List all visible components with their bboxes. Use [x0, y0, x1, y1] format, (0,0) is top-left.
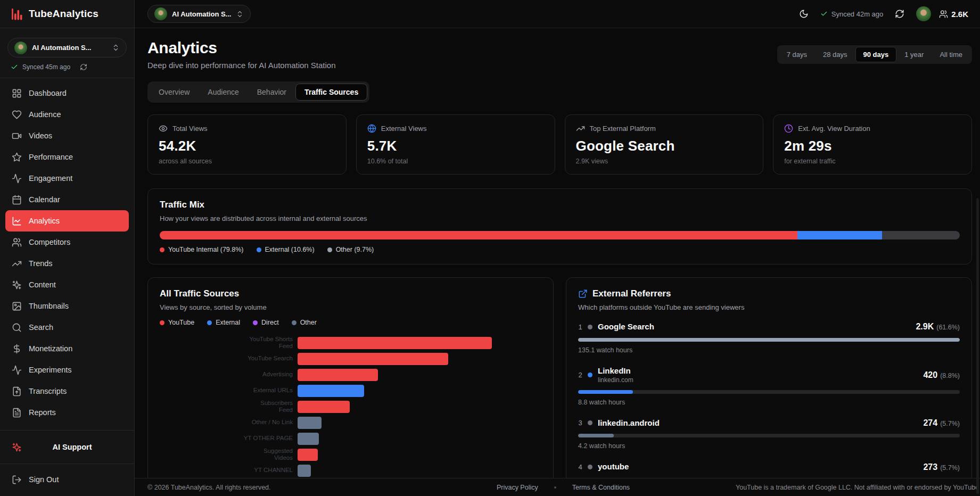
time-range-group: 7 days 28 days 90 days 1 year All time — [777, 45, 972, 64]
calendar-icon — [12, 195, 22, 205]
user-avatar[interactable] — [916, 6, 931, 21]
traffic-sources-legend: YouTube External Direct Other — [160, 319, 541, 326]
referrer-name: youtube — [598, 462, 629, 472]
external-referrers-title: External Referrers — [592, 288, 671, 299]
video-icon — [12, 131, 22, 141]
line-chart-icon — [12, 216, 22, 226]
scrollbar-thumb[interactable] — [976, 198, 979, 494]
footer-link-privacy-policy[interactable]: Privacy Policy — [497, 484, 538, 491]
referrer-rank: 4 — [578, 463, 582, 471]
ai-support-label: AI Support — [22, 443, 122, 451]
legend-item: Other (9.7%) — [327, 246, 374, 253]
channel-avatar — [14, 42, 27, 54]
stat-card-sub: 2.9K views — [576, 158, 753, 165]
sidebar-item-engagement[interactable]: Engagement — [5, 168, 129, 189]
footer-link-terms-conditions[interactable]: Terms & Conditions — [572, 484, 630, 491]
tab-audience[interactable]: Audience — [199, 84, 248, 101]
legend-item: Other — [292, 319, 317, 326]
chart-bar[interactable] — [298, 385, 364, 397]
chart-bar[interactable] — [298, 465, 311, 477]
sign-out-button[interactable]: Sign Out — [5, 469, 129, 490]
sidebar-item-calendar[interactable]: Calendar — [5, 189, 129, 210]
sidebar-item-label: Engagement — [29, 174, 72, 183]
referrer-item: 1 Google Search 2.9K(61.6%) 135.1 watch … — [578, 322, 960, 354]
all-traffic-sources-panel: All Traffic Sources Views by source, sor… — [147, 277, 554, 478]
chart-bar[interactable] — [298, 433, 319, 445]
sidebar-item-dashboard[interactable]: Dashboard — [5, 82, 129, 104]
chart-row: Suggested Videos — [160, 447, 541, 462]
users-icon — [12, 237, 22, 247]
sidebar-item-ai-support[interactable]: AI Support — [5, 436, 129, 458]
moon-icon — [799, 9, 809, 19]
sidebar-item-audience[interactable]: Audience — [5, 104, 129, 125]
chart-bar[interactable] — [298, 449, 318, 461]
referrer-watch-hours: 4.2 watch hours — [578, 442, 960, 450]
sparkles-icon — [12, 442, 22, 452]
chart-bar[interactable] — [298, 401, 350, 413]
sidebar-item-performance[interactable]: Performance — [5, 146, 129, 168]
tab-traffic-sources[interactable]: Traffic Sources — [295, 84, 367, 101]
time-range-28-days[interactable]: 28 days — [815, 47, 855, 62]
time-range-90-days[interactable]: 90 days — [855, 47, 897, 62]
sidebar-channel-selector[interactable]: AI Automation S... — [7, 38, 127, 57]
chart-bar[interactable] — [298, 337, 492, 349]
refresh-icon — [895, 9, 904, 19]
chart-category-label: YouTube Search — [160, 355, 298, 362]
file-text-icon — [12, 408, 22, 418]
chart-bar[interactable] — [298, 417, 322, 429]
sign-out-label: Sign Out — [29, 475, 59, 484]
sidebar-item-thumbnails[interactable]: Thumbnails — [5, 295, 129, 317]
dark-mode-toggle[interactable] — [795, 5, 812, 22]
stat-card-label: Total Views — [172, 125, 208, 133]
sidebar-item-label: Thumbnails — [29, 302, 69, 310]
sidebar-item-label: Competitors — [29, 238, 70, 246]
channel-avatar — [154, 7, 167, 20]
sidebar-item-trends[interactable]: Trends — [5, 253, 129, 274]
sidebar-item-label: Trends — [29, 259, 53, 268]
tab-overview[interactable]: Overview — [150, 84, 199, 101]
sidebar-item-content[interactable]: Content — [5, 274, 129, 295]
sidebar-nav: Dashboard Audience Videos Performance En… — [0, 78, 134, 430]
traffic-mix-subtitle: How your views are distributed across in… — [160, 214, 960, 222]
chart-bar[interactable] — [298, 369, 378, 381]
sidebar-item-label: Videos — [29, 131, 52, 140]
file-up-icon — [12, 386, 22, 396]
legend-dot-icon — [160, 320, 164, 325]
chart-bar[interactable] — [298, 353, 448, 365]
sidebar-item-analytics[interactable]: Analytics — [5, 210, 129, 232]
stat-card-top-external-platform: Top External Platform Google Search 2.9K… — [565, 114, 764, 175]
sidebar-item-search[interactable]: Search — [5, 317, 129, 338]
sidebar-item-reports[interactable]: Reports — [5, 402, 129, 423]
tab-behavior[interactable]: Behavior — [248, 84, 295, 101]
sidebar-item-label: Content — [29, 280, 56, 289]
referrer-domain: linkedin.com — [598, 376, 633, 384]
sidebar-item-label: Analytics — [29, 217, 60, 225]
sidebar-item-videos[interactable]: Videos — [5, 125, 129, 146]
refresh-button[interactable] — [891, 5, 908, 22]
sidebar-item-monetization[interactable]: Monetization — [5, 338, 129, 359]
brand[interactable]: TubeAnalytics — [0, 0, 134, 28]
topbar-channel-selector[interactable]: AI Automation S... — [147, 5, 251, 23]
time-range-7-days[interactable]: 7 days — [779, 47, 815, 62]
traffic-sources-title: All Traffic Sources — [160, 288, 541, 299]
sidebar: TubeAnalytics AI Automation S... Synced … — [0, 0, 135, 496]
sidebar-item-label: Monetization — [29, 344, 72, 353]
chart-row: YouTube Shorts Feed — [160, 335, 541, 351]
time-range-1-year[interactable]: 1 year — [896, 47, 932, 62]
sidebar-item-experiments[interactable]: Experiments — [5, 359, 129, 381]
refresh-icon[interactable] — [80, 63, 87, 71]
chevrons-up-down-icon — [112, 44, 120, 52]
chart-category-label: External URLs — [160, 387, 298, 394]
check-icon — [11, 63, 18, 71]
referrer-name: Google Search — [598, 322, 654, 332]
footer: © 2026 TubeAnalytics. All rights reserve… — [135, 478, 980, 496]
activity-icon — [12, 173, 22, 184]
referrer-dot-icon — [588, 373, 592, 377]
ai-support-section: AI Support — [0, 430, 134, 464]
stat-card-value: 54.2K — [159, 138, 335, 154]
referrer-item: 4 youtube 273(5.7%) 12.7 watch hours — [578, 462, 960, 478]
referrer-views: 274 — [923, 418, 937, 427]
time-range-all-time[interactable]: All time — [932, 47, 970, 62]
sidebar-item-competitors[interactable]: Competitors — [5, 232, 129, 253]
sidebar-item-transcripts[interactable]: Transcripts — [5, 381, 129, 402]
